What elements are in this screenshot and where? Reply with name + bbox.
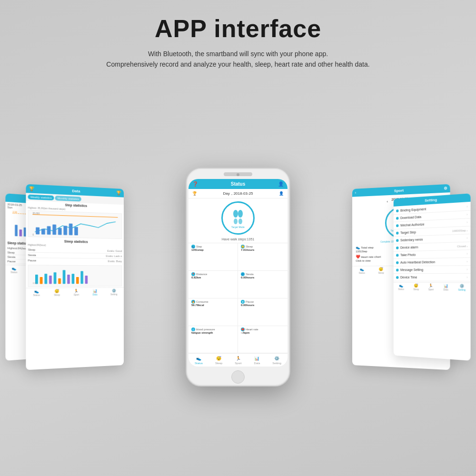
svg-text:2.34: 2.34 [13,211,17,214]
page-wrapper: APP interface With Bluetooth, the smartb… [0,0,476,476]
phone-screen: ❓ Status 👤 🏆 Day，2018-03-25 👤 [188,179,288,367]
svg-rect-28 [54,273,57,284]
stat-sleep: 😴 Sleep 7.01hours [238,243,288,271]
svg-rect-16 [47,227,51,235]
svg-point-40 [238,218,242,224]
header-section: APP interface With Bluetooth, the smartb… [106,0,369,70]
stat-siesta: 💤 Siesta 0.00hours [238,271,288,298]
svg-text:0: 0 [32,234,34,236]
svg-rect-32 [72,274,75,284]
data-nav: 👟Status 😴Sleep 🏃Sport 📊Data ⚙️Setting [26,288,124,298]
svg-rect-33 [76,277,79,284]
svg-text:0.00: 0.00 [33,283,37,285]
main-phone: ❓ Status 👤 🏆 Day，2018-03-25 👤 [186,168,290,387]
svg-rect-30 [63,270,66,284]
svg-rect-25 [40,277,43,284]
svg-rect-31 [67,275,70,284]
svg-rect-1 [20,230,22,237]
stat-consume: 🔥 Consume 59.76kcal [188,298,238,326]
stats-grid: 👟 Step 1351step 😴 Sleep 7.01hou [188,243,288,353]
help-icon: ❓ [192,181,198,187]
app-content: 🏆 Day，2018-03-25 👤 Target Mode [188,189,288,353]
walk-steps: Have walk steps:1351 [188,238,288,241]
svg-rect-0 [15,225,18,237]
stat-blood-pressure: 💧 blood pressure fatigue strength [188,326,238,354]
page-title: APP interface [106,14,369,43]
feet-circle: Target Mode [221,201,255,235]
setting-nav: 👟Status 😴Sleep 🏃Sport 📊Data ⚙️Setting [394,282,471,292]
app-header: ❓ Status 👤 [188,179,288,189]
svg-rect-20 [69,224,73,235]
svg-rect-15 [41,229,45,235]
phone-home-button[interactable] [231,370,245,384]
phones-section: Sleep 2018-03-25 Sun [0,79,476,476]
svg-rect-18 [58,228,62,235]
app-nav: 👟 Status 😴 Sleep 🏃 Sport 📊 [188,353,288,367]
svg-point-39 [234,218,238,224]
stat-pause: ⏸ Pause 0.00hours [238,298,288,326]
svg-rect-35 [85,276,88,284]
step-chart: 35,000 0 [28,210,122,239]
nav-sleep[interactable]: 😴 Sleep [215,356,222,365]
svg-rect-34 [80,271,83,284]
back-icon: ‹ [355,191,356,195]
settings-icon: ⚙ [444,186,447,191]
setting-items: Binding Equipment › Download Data › Wech… [394,202,471,283]
person-icon: 👤 [279,191,284,196]
data-screen: 🏆 Data 🏆 Weekly statistics Monthly stati… [26,184,124,370]
svg-rect-26 [44,274,47,284]
nav-sport[interactable]: 🏃 Sport [235,356,241,365]
svg-line-13 [32,215,118,218]
svg-rect-27 [49,276,52,284]
phone-camera [237,173,239,176]
stat-heart-rate: ❤️ Heart rate --/bpm [238,326,288,354]
sleep-chart2: 0.00 [28,265,122,287]
nav-data[interactable]: 📊 Data [254,356,260,365]
profile-icon: 👤 [278,181,284,187]
nav-setting[interactable]: ⚙️ Setting [272,356,281,365]
feet-svg [231,208,245,225]
subtitle: With Bluetooth, the smartband will sync … [106,49,369,70]
svg-rect-21 [74,227,78,236]
setting-screen: Setting Binding Equipment › Download Dat… [394,194,471,361]
status-date: 🏆 Day，2018-03-25 👤 [188,189,288,198]
stat-step: 👟 Step 1351step [188,243,238,271]
trophy-icon: 🏆 [192,191,197,196]
svg-rect-29 [58,278,61,284]
svg-point-38 [238,210,243,218]
svg-text:35,000: 35,000 [32,212,40,215]
svg-point-37 [233,210,238,218]
nav-status[interactable]: 👟 Status [195,356,203,365]
svg-rect-19 [63,226,67,236]
svg-rect-14 [36,228,40,235]
stat-distance: 📍 Distance 0.82km [188,271,238,298]
svg-rect-17 [52,225,56,235]
